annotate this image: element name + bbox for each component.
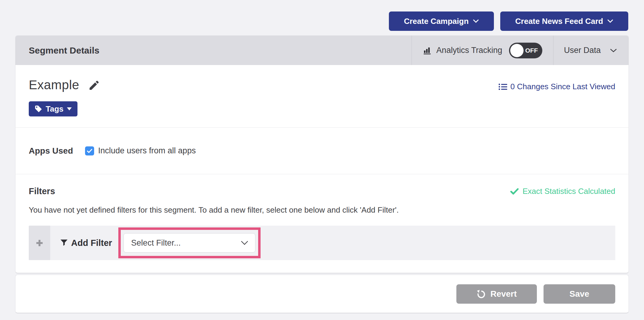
- chevron-down-icon: [610, 48, 617, 53]
- list-icon: [498, 83, 508, 90]
- filters-section: Filters Exact Statistics Calculated You …: [15, 174, 629, 273]
- include-all-apps-label: Include users from all apps: [98, 146, 196, 155]
- apps-used-section: Apps Used Include users from all apps: [15, 127, 629, 174]
- edit-pencil-icon[interactable]: [88, 80, 99, 90]
- include-all-apps-checkbox[interactable]: [85, 146, 94, 155]
- tags-button-label: Tags: [46, 104, 64, 114]
- exact-statistics-label: Exact Statistics Calculated: [523, 187, 615, 196]
- include-all-apps-option: Include users from all apps: [85, 146, 196, 155]
- filters-heading: Filters: [29, 186, 55, 196]
- chevron-down-icon: [473, 19, 479, 23]
- analytics-tracking-label: Analytics Tracking: [436, 46, 502, 55]
- segment-details-page: { "colors": { "page_background": "#f2f2f…: [0, 0, 644, 320]
- tag-icon: [34, 105, 42, 113]
- segment-name: Example: [29, 78, 79, 92]
- add-filter-plus-button[interactable]: [29, 226, 50, 260]
- funnel-icon: [60, 240, 68, 247]
- changes-link-label: 0 Changes Since Last Viewed: [511, 82, 615, 91]
- tags-button[interactable]: Tags: [29, 101, 77, 116]
- revert-button[interactable]: Revert: [456, 284, 537, 304]
- add-filter-label-group: Add Filter: [60, 238, 112, 248]
- page-title: Segment Details: [15, 36, 412, 65]
- top-action-bar: Create Campaign Create News Feed Card: [389, 11, 628, 31]
- save-button[interactable]: Save: [544, 284, 615, 304]
- plus-icon: [35, 239, 44, 247]
- filters-header: Filters Exact Statistics Calculated: [29, 186, 615, 196]
- filter-select-dropdown[interactable]: Select Filter...: [123, 233, 255, 253]
- exact-statistics-status: Exact Statistics Calculated: [510, 187, 615, 196]
- create-campaign-button[interactable]: Create Campaign: [389, 11, 494, 31]
- revert-icon: [476, 289, 485, 299]
- caret-down-icon: [67, 107, 72, 110]
- create-campaign-label: Create Campaign: [404, 17, 469, 26]
- bar-chart-icon: [423, 46, 432, 55]
- toggle-state-label: OFF: [525, 47, 538, 54]
- segment-title-row: Example 0 Changes Since Last Viewed: [29, 78, 615, 92]
- user-data-dropdown[interactable]: User Data: [554, 36, 629, 65]
- footer-action-panel: Revert Save: [15, 275, 629, 313]
- chevron-down-icon: [607, 19, 613, 23]
- card-header: Segment Details Analytics Tracking OFF U…: [15, 36, 629, 65]
- check-icon: [510, 188, 519, 195]
- filters-empty-message: You have not yet defined filters for thi…: [29, 205, 615, 215]
- create-news-feed-card-button[interactable]: Create News Feed Card: [500, 11, 628, 31]
- revert-label: Revert: [490, 289, 517, 299]
- add-filter-label: Add Filter: [71, 238, 112, 248]
- save-label: Save: [570, 289, 589, 299]
- highlight-box: Select Filter...: [118, 227, 261, 258]
- segment-title-section: Example 0 Changes Since Last Viewed: [15, 65, 629, 127]
- toggle-knob: [510, 44, 524, 57]
- segment-name-wrap: Example: [29, 78, 99, 92]
- apps-used-label: Apps Used: [29, 146, 73, 156]
- user-data-label: User Data: [564, 46, 601, 55]
- analytics-tracking-toggle[interactable]: OFF: [509, 43, 542, 58]
- changes-since-last-viewed-link[interactable]: 0 Changes Since Last Viewed: [498, 82, 615, 91]
- chevron-down-icon: [241, 240, 248, 245]
- filter-select-placeholder: Select Filter...: [131, 238, 181, 248]
- create-news-feed-label: Create News Feed Card: [515, 17, 603, 26]
- check-icon: [87, 149, 92, 153]
- segment-details-card: Segment Details Analytics Tracking OFF U…: [15, 35, 629, 273]
- analytics-tracking-control: Analytics Tracking OFF: [412, 36, 554, 65]
- add-filter-row: Add Filter Select Filter...: [29, 226, 615, 260]
